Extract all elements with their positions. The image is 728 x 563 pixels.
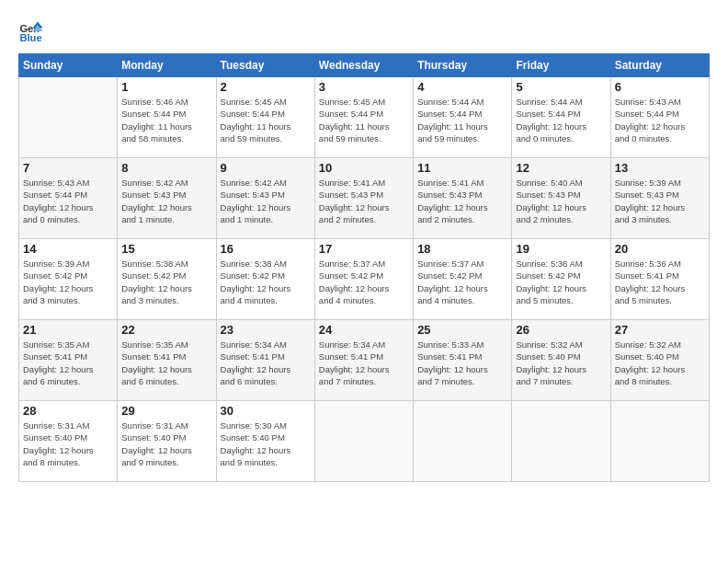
calendar-cell: 25Sunrise: 5:33 AM Sunset: 5:41 PM Dayli… [414,320,512,401]
calendar-cell: 14Sunrise: 5:39 AM Sunset: 5:42 PM Dayli… [19,239,118,320]
day-number: 9 [221,161,311,175]
day-number: 25 [417,323,507,337]
day-number: 6 [615,80,705,94]
calendar-table: SundayMondayTuesdayWednesdayThursdayFrid… [18,53,710,482]
calendar-cell: 27Sunrise: 5:32 AM Sunset: 5:40 PM Dayli… [610,320,709,401]
day-number: 23 [221,323,311,337]
day-number: 14 [23,242,113,256]
calendar-cell: 29Sunrise: 5:31 AM Sunset: 5:40 PM Dayli… [118,401,216,482]
day-info: Sunrise: 5:32 AM Sunset: 5:40 PM Dayligh… [516,339,606,387]
day-info: Sunrise: 5:45 AM Sunset: 5:44 PM Dayligh… [221,96,311,144]
day-info: Sunrise: 5:46 AM Sunset: 5:44 PM Dayligh… [121,96,211,144]
day-number: 19 [516,242,606,256]
calendar-cell: 19Sunrise: 5:36 AM Sunset: 5:42 PM Dayli… [512,239,610,320]
day-number: 28 [23,404,113,418]
day-info: Sunrise: 5:34 AM Sunset: 5:41 PM Dayligh… [319,339,409,387]
day-number: 12 [516,161,606,175]
day-info: Sunrise: 5:34 AM Sunset: 5:41 PM Dayligh… [221,339,311,387]
calendar-cell: 24Sunrise: 5:34 AM Sunset: 5:41 PM Dayli… [314,320,413,401]
day-number: 13 [615,161,705,175]
day-info: Sunrise: 5:39 AM Sunset: 5:42 PM Dayligh… [23,258,113,306]
day-number: 17 [319,242,409,256]
calendar-cell: 17Sunrise: 5:37 AM Sunset: 5:42 PM Dayli… [314,239,413,320]
day-number: 18 [417,242,507,256]
calendar-cell: 12Sunrise: 5:40 AM Sunset: 5:43 PM Dayli… [512,158,610,239]
calendar-cell: 15Sunrise: 5:38 AM Sunset: 5:42 PM Dayli… [118,239,216,320]
day-info: Sunrise: 5:43 AM Sunset: 5:44 PM Dayligh… [23,177,113,225]
day-info: Sunrise: 5:38 AM Sunset: 5:42 PM Dayligh… [121,258,211,306]
calendar-cell: 21Sunrise: 5:35 AM Sunset: 5:41 PM Dayli… [19,320,118,401]
calendar-cell: 9Sunrise: 5:42 AM Sunset: 5:43 PM Daylig… [216,158,314,239]
day-number: 16 [221,242,311,256]
calendar-cell: 23Sunrise: 5:34 AM Sunset: 5:41 PM Dayli… [216,320,314,401]
day-info: Sunrise: 5:43 AM Sunset: 5:44 PM Dayligh… [615,96,705,144]
calendar-cell: 30Sunrise: 5:30 AM Sunset: 5:40 PM Dayli… [216,401,314,482]
day-info: Sunrise: 5:30 AM Sunset: 5:40 PM Dayligh… [221,419,311,468]
calendar-cell: 28Sunrise: 5:31 AM Sunset: 5:40 PM Dayli… [19,401,118,482]
day-number: 11 [417,161,507,175]
calendar-cell: 8Sunrise: 5:42 AM Sunset: 5:43 PM Daylig… [118,158,216,239]
day-number: 3 [319,80,409,94]
calendar-cell: 18Sunrise: 5:37 AM Sunset: 5:42 PM Dayli… [414,239,512,320]
day-info: Sunrise: 5:35 AM Sunset: 5:41 PM Dayligh… [23,339,113,387]
calendar-cell [610,401,709,482]
day-info: Sunrise: 5:31 AM Sunset: 5:40 PM Dayligh… [23,419,113,468]
day-number: 1 [121,80,211,94]
weekday-header-thursday: Thursday [414,54,512,77]
calendar-cell: 20Sunrise: 5:36 AM Sunset: 5:41 PM Dayli… [610,239,709,320]
calendar-cell [414,401,512,482]
weekday-header-sunday: Sunday [19,54,118,77]
day-info: Sunrise: 5:44 AM Sunset: 5:44 PM Dayligh… [516,96,606,144]
week-row-2: 7Sunrise: 5:43 AM Sunset: 5:44 PM Daylig… [19,158,710,239]
calendar-cell: 4Sunrise: 5:44 AM Sunset: 5:44 PM Daylig… [414,77,512,158]
calendar-cell: 1Sunrise: 5:46 AM Sunset: 5:44 PM Daylig… [118,77,216,158]
calendar-cell: 13Sunrise: 5:39 AM Sunset: 5:43 PM Dayli… [610,158,709,239]
day-info: Sunrise: 5:37 AM Sunset: 5:42 PM Dayligh… [417,258,507,306]
day-number: 20 [615,242,705,256]
calendar-cell [19,77,118,158]
day-info: Sunrise: 5:36 AM Sunset: 5:41 PM Dayligh… [615,258,705,306]
day-info: Sunrise: 5:35 AM Sunset: 5:41 PM Dayligh… [121,339,211,387]
day-info: Sunrise: 5:42 AM Sunset: 5:43 PM Dayligh… [221,177,311,225]
day-info: Sunrise: 5:41 AM Sunset: 5:43 PM Dayligh… [319,177,409,225]
day-info: Sunrise: 5:44 AM Sunset: 5:44 PM Dayligh… [417,96,507,144]
day-info: Sunrise: 5:37 AM Sunset: 5:42 PM Dayligh… [319,258,409,306]
day-number: 27 [615,323,705,337]
calendar-cell [512,401,610,482]
day-info: Sunrise: 5:40 AM Sunset: 5:43 PM Dayligh… [516,177,606,225]
calendar-cell: 6Sunrise: 5:43 AM Sunset: 5:44 PM Daylig… [610,77,709,158]
day-number: 21 [23,323,113,337]
calendar-cell: 3Sunrise: 5:45 AM Sunset: 5:44 PM Daylig… [314,77,413,158]
calendar-cell: 16Sunrise: 5:38 AM Sunset: 5:42 PM Dayli… [216,239,314,320]
day-number: 15 [121,242,211,256]
day-number: 4 [417,80,507,94]
week-row-5: 28Sunrise: 5:31 AM Sunset: 5:40 PM Dayli… [19,401,710,482]
calendar-cell [314,401,413,482]
weekday-header-friday: Friday [512,54,610,77]
day-number: 30 [221,404,311,418]
calendar-cell: 10Sunrise: 5:41 AM Sunset: 5:43 PM Dayli… [314,158,413,239]
day-number: 7 [23,161,113,175]
day-info: Sunrise: 5:39 AM Sunset: 5:43 PM Dayligh… [615,177,705,225]
day-number: 24 [319,323,409,337]
logo: Gen Blue [18,18,46,44]
week-row-4: 21Sunrise: 5:35 AM Sunset: 5:41 PM Dayli… [19,320,710,401]
calendar-cell: 2Sunrise: 5:45 AM Sunset: 5:44 PM Daylig… [216,77,314,158]
calendar-cell: 7Sunrise: 5:43 AM Sunset: 5:44 PM Daylig… [19,158,118,239]
day-number: 2 [221,80,311,94]
calendar-cell: 26Sunrise: 5:32 AM Sunset: 5:40 PM Dayli… [512,320,610,401]
day-info: Sunrise: 5:33 AM Sunset: 5:41 PM Dayligh… [417,339,507,387]
weekday-header-tuesday: Tuesday [216,54,314,77]
day-info: Sunrise: 5:36 AM Sunset: 5:42 PM Dayligh… [516,258,606,306]
header-row: SundayMondayTuesdayWednesdayThursdayFrid… [19,54,710,77]
day-info: Sunrise: 5:42 AM Sunset: 5:43 PM Dayligh… [121,177,211,225]
day-info: Sunrise: 5:45 AM Sunset: 5:44 PM Dayligh… [319,96,409,144]
day-number: 29 [121,404,211,418]
day-number: 22 [121,323,211,337]
calendar-cell: 22Sunrise: 5:35 AM Sunset: 5:41 PM Dayli… [118,320,216,401]
day-info: Sunrise: 5:41 AM Sunset: 5:43 PM Dayligh… [417,177,507,225]
weekday-header-saturday: Saturday [610,54,709,77]
week-row-1: 1Sunrise: 5:46 AM Sunset: 5:44 PM Daylig… [19,77,710,158]
day-number: 5 [516,80,606,94]
page-header: Gen Blue [18,18,710,44]
